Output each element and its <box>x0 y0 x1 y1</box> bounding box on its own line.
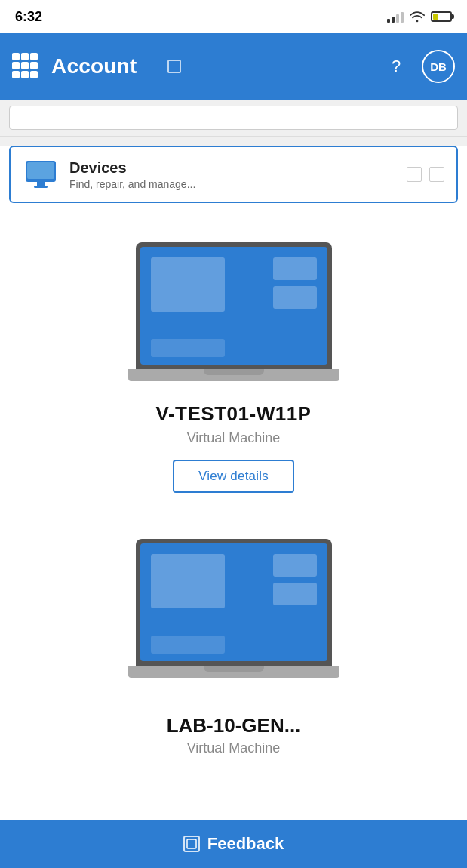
header-divider <box>152 54 152 78</box>
feedback-icon <box>183 836 200 852</box>
devices-card: Devices Find, repair, and manage... <box>9 146 458 203</box>
devices-title: Devices <box>69 159 396 177</box>
status-bar: 6:32 <box>0 0 467 33</box>
status-time: 6:32 <box>15 9 42 25</box>
feedback-button[interactable]: Feedback <box>0 820 467 868</box>
status-icons <box>387 11 452 23</box>
window-icon[interactable] <box>167 60 181 73</box>
view-details-button-1[interactable]: View details <box>173 460 294 493</box>
search-bar[interactable] <box>9 106 458 130</box>
laptop-illustration-1 <box>128 242 339 381</box>
svg-rect-1 <box>27 162 54 179</box>
battery-icon <box>431 11 452 22</box>
signal-icon <box>387 11 404 23</box>
action-square-1[interactable] <box>407 167 422 182</box>
help-button[interactable]: ? <box>383 53 410 80</box>
search-area <box>0 100 467 137</box>
device-item-partial: LAB-10-GEN... Virtual Machine <box>0 516 467 756</box>
avatar[interactable]: DB <box>422 50 455 83</box>
device-name-1: V-TEST01-W11P <box>156 402 312 426</box>
svg-rect-2 <box>37 182 45 186</box>
devices-icon <box>23 156 59 192</box>
laptop-illustration-2 <box>128 539 339 678</box>
header-title: Account <box>51 54 137 78</box>
svg-rect-4 <box>187 839 196 848</box>
action-square-2[interactable] <box>429 167 444 182</box>
device-type-1: Virtual Machine <box>187 430 281 446</box>
devices-text: Devices Find, repair, and manage... <box>69 159 396 190</box>
wifi-icon <box>410 11 425 23</box>
header: Account ? DB <box>0 33 467 100</box>
devices-subtitle: Find, repair, and manage... <box>69 178 396 190</box>
svg-rect-3 <box>34 186 48 188</box>
devices-actions <box>407 167 444 182</box>
device-name-2: LAB-10-GEN... <box>167 714 301 737</box>
device-item: V-TEST01-W11P Virtual Machine View detai… <box>0 212 467 516</box>
grid-menu-icon[interactable] <box>12 53 39 80</box>
feedback-label: Feedback <box>207 834 284 854</box>
device-type-2: Virtual Machine <box>187 740 281 756</box>
main-content: Devices Find, repair, and manage... <box>0 146 467 825</box>
